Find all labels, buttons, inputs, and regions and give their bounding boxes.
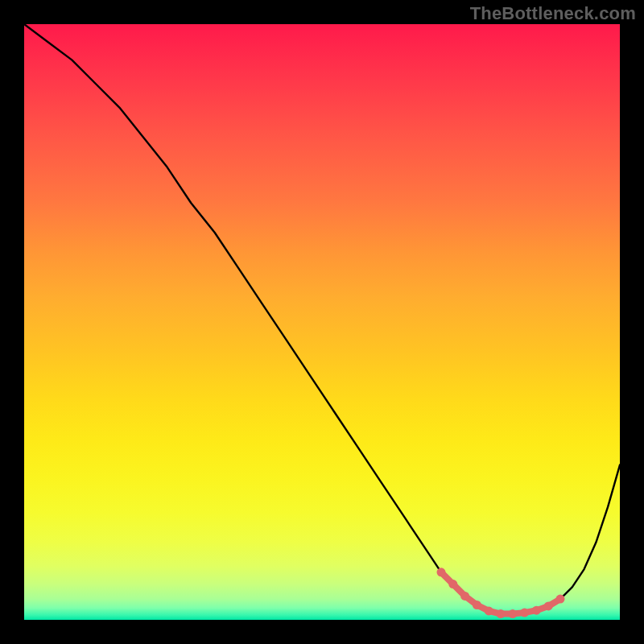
chart-svg bbox=[24, 24, 620, 620]
optimal-point bbox=[556, 595, 565, 604]
chart-frame: TheBottleneck.com bbox=[0, 0, 644, 644]
bottleneck-curve bbox=[24, 24, 620, 614]
optimal-range-dots bbox=[437, 568, 565, 618]
optimal-point bbox=[485, 606, 493, 615]
optimal-point bbox=[508, 609, 517, 618]
optimal-point bbox=[544, 601, 553, 610]
plot-area bbox=[24, 24, 620, 620]
optimal-point bbox=[532, 606, 541, 615]
optimal-point bbox=[460, 592, 469, 601]
watermark-text: TheBottleneck.com bbox=[470, 3, 636, 24]
optimal-range-segment bbox=[441, 572, 560, 614]
optimal-point bbox=[520, 609, 529, 617]
optimal-point bbox=[437, 568, 446, 576]
optimal-point bbox=[473, 601, 481, 609]
optimal-point bbox=[497, 609, 506, 618]
optimal-point bbox=[448, 580, 457, 588]
